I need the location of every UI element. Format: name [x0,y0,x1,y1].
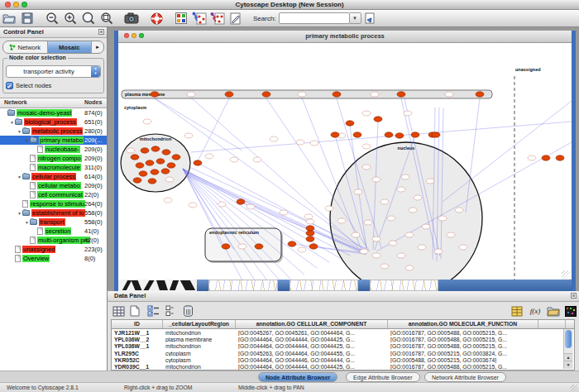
attribute-table-body[interactable]: YJR121W__1mitochondrion[GO:0045267, GO:0… [112,329,574,370]
tree-row[interactable]: macromolecule311(0) [0,163,107,172]
table-row[interactable]: YPL036W__1mitochondrion[GO:0044464, GO:0… [112,343,574,350]
network-node[interactable] [353,132,361,137]
search-input[interactable] [279,12,350,24]
network-node[interactable] [411,132,419,137]
tree-row[interactable]: cellular metabo209(0) [0,181,107,190]
expand-arrow-icon[interactable]: ▼ [17,129,22,134]
open-network-icon[interactable] [1,11,17,26]
network-node[interactable] [237,199,245,204]
column-header[interactable]: ID [112,320,163,328]
tree-row[interactable]: ▼primary metabo209(... [0,136,107,145]
network-node[interactable] [476,92,484,97]
compartment-mitochondrion[interactable] [121,134,190,192]
new-attribute-icon[interactable] [127,304,142,318]
network-node[interactable] [136,163,144,168]
table-row[interactable]: YDR039C__1mitochondrion[GO:0044464, GO:0… [112,363,574,370]
network-node[interactable] [222,244,230,249]
table-row[interactable]: YKR052Ccytoplasm[GO:0044464, GO:0044446,… [112,356,574,363]
network-node[interactable] [306,237,314,241]
network-node[interactable] [148,179,156,184]
network-node[interactable] [194,160,202,165]
layout-nodes-b-icon[interactable] [209,11,226,26]
tree-row[interactable]: multi-organism pro42(0) [0,236,107,245]
tree-row[interactable]: cell communicat22(0) [0,190,107,199]
network-node[interactable] [333,92,341,97]
tree-row[interactable]: unassigned223(0) [0,245,107,254]
layout-nodes-a-icon[interactable] [191,11,208,26]
background-window-edge[interactable] [197,280,208,291]
network-node[interactable] [306,226,314,231]
network-node[interactable] [162,150,170,155]
network-view-window[interactable]: primary metabolic process plasma membran… [114,31,576,291]
zoom-fit-icon[interactable] [80,11,97,26]
column-header[interactable]: _cellularLayoutRegion [163,320,236,328]
select-attributes-icon[interactable] [146,304,160,318]
network-node[interactable] [151,170,159,174]
help-icon[interactable] [148,11,165,26]
scroll-down-icon[interactable]: ▼ [564,361,572,369]
search-options-icon[interactable] [362,11,379,26]
expand-arrow-icon[interactable]: ▼ [17,211,22,216]
network-node[interactable] [131,155,139,160]
column-header[interactable]: annotation.GO CELLULAR_COMPONENT [236,320,388,328]
tree-row[interactable]: ▼transport558(0) [0,218,107,227]
mosaic-colors-icon[interactable] [173,11,189,26]
tab-overflow-arrow-icon[interactable]: ► [92,41,103,53]
import-attributes-icon[interactable] [546,304,561,318]
network-window-titlebar[interactable]: primary metabolic process [118,31,572,43]
compartment-plasma-membrane[interactable] [122,90,492,98]
network-node[interactable] [288,241,296,246]
tab-node-attribute-browser[interactable]: Node Attribute Browser [258,372,337,382]
tree-row[interactable]: ▼establishment of lo558(0) [0,208,107,218]
network-node[interactable] [146,160,154,165]
network-snapshot-icon[interactable] [123,11,140,26]
attribute-table-header[interactable]: ID_cellularLayoutRegionannotation.GO CEL… [112,320,574,329]
table-row[interactable]: YJR121W__1mitochondrion[GO:0045267, GO:0… [112,329,574,336]
tree-row[interactable]: ▼metabolic process280(0) [0,127,107,136]
search-dropdown-arrow-icon[interactable]: ▼ [350,12,361,24]
float-panel-icon[interactable] [98,29,104,35]
attribute-table[interactable]: ID_cellularLayoutRegionannotation.GO CEL… [111,319,575,370]
network-node[interactable] [309,244,318,249]
window-resize-grip[interactable] [562,270,571,280]
column-header[interactable]: annotation.GO MOLECULAR_FUNCTION [388,320,538,328]
matrix-view-icon[interactable] [563,304,578,318]
background-window-titlebar[interactable] [438,280,572,291]
table-row[interactable]: YLR295Ccytoplasm[GO:0045263, GO:0044464,… [112,350,574,356]
node-color-dropdown[interactable]: transporter activity ▲▼ [6,65,101,78]
network-node[interactable] [397,92,405,97]
tab-network[interactable]: Network [3,41,48,53]
tree-row[interactable]: ▼cellular process614(0) [0,172,107,181]
network-node[interactable] [151,92,159,97]
network-node[interactable] [161,169,170,174]
table-vertical-scrollbar[interactable]: ▲ ▼ [563,329,573,369]
network-node[interactable] [556,155,564,160]
tree-row[interactable]: ▼biological_process651(0) [0,117,107,127]
tree-row[interactable]: nitrogen compo209(0) [0,154,107,163]
zoom-in-icon[interactable] [62,11,79,26]
attribute-grid-icon[interactable] [111,304,126,318]
tree-row[interactable]: secretion41(0) [0,227,107,236]
network-node[interactable] [225,92,233,97]
network-node[interactable] [306,231,314,236]
float-data-panel-icon[interactable] [571,293,577,299]
network-node[interactable] [139,171,147,176]
background-window-edge[interactable] [278,280,290,291]
expand-arrow-icon[interactable]: ▼ [9,120,15,125]
network-node[interactable] [395,133,404,138]
network-canvas[interactable]: plasma membranecytoplasmmitochondrionnuc… [118,43,572,280]
network-node[interactable] [151,146,160,151]
expand-arrow-icon[interactable]: ▼ [17,174,22,179]
tree-row[interactable]: nucleobase-209(0) [0,145,107,154]
network-node[interactable] [432,132,440,137]
zoom-selected-region-icon[interactable] [98,11,115,26]
tree-row[interactable]: response to stimulu264(0) [0,199,107,208]
network-node[interactable] [156,159,165,164]
unselect-attributes-icon[interactable] [162,304,177,318]
expand-arrow-icon[interactable]: ▼ [24,138,30,143]
background-window[interactable] [290,280,358,291]
expand-arrow-icon[interactable]: ▼ [24,220,30,225]
network-node[interactable] [542,155,550,160]
network-node[interactable] [385,132,393,137]
background-window-edge[interactable] [358,280,370,291]
